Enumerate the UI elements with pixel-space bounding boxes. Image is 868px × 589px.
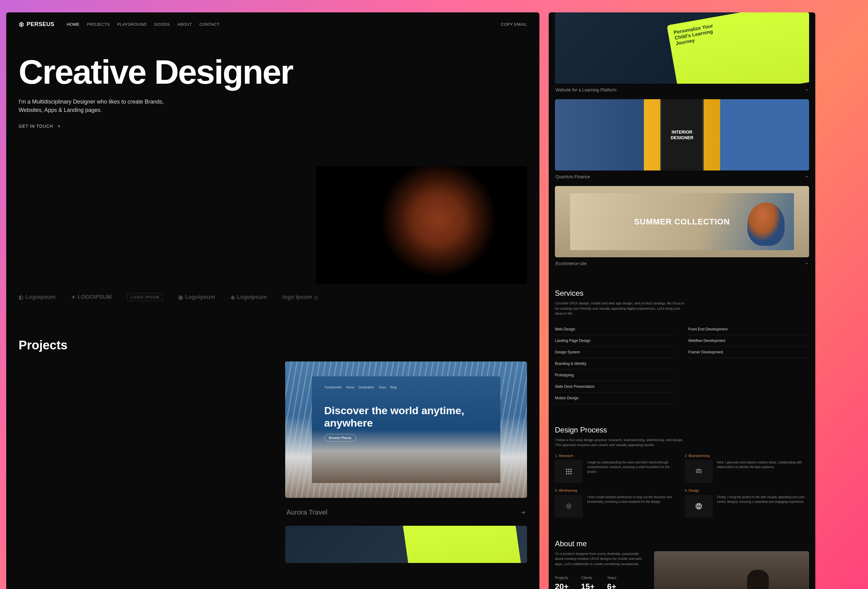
hero: Creative Designer I'm a Multidisciplinar…: [6, 36, 539, 129]
nav-about[interactable]: ABOUT: [177, 22, 192, 27]
svg-point-5: [570, 471, 572, 472]
svg-point-0: [566, 469, 567, 470]
process-step-research: 1. Research I begin by understanding the…: [555, 454, 679, 483]
service-item: Prototyping: [555, 369, 676, 381]
svg-point-3: [566, 471, 567, 472]
portfolio-panel-left: PERSEUS HOME PROJECTS PLAYGROUND GOODS A…: [6, 12, 539, 589]
process-heading: Design Process: [555, 426, 809, 434]
about-photo: [654, 551, 809, 589]
stat-projects: Projects 20+: [555, 576, 568, 589]
brand-name: PERSEUS: [27, 21, 55, 28]
nav-goods[interactable]: GOODS: [154, 22, 170, 27]
service-item: Branding & Identity: [555, 358, 676, 369]
thumb-label[interactable]: Ecommerce site: [555, 257, 809, 267]
about-stats: Projects 20+ Clients 15+ Years 6+: [555, 576, 642, 589]
logo-item: ◉ Logoipsum: [178, 294, 215, 301]
basketball-icon: [685, 495, 713, 518]
hero-title: Creative Designer: [19, 55, 527, 89]
project-thumb-ecommerce[interactable]: SUMMER COLLECTION: [555, 186, 809, 257]
services-section: Services I provide UI/UX design, mobile …: [555, 289, 809, 404]
svg-point-4: [568, 471, 570, 472]
svg-point-7: [568, 473, 570, 474]
browse-button: Browse Places: [324, 434, 356, 441]
service-item: Front End Development: [688, 324, 809, 335]
service-item: Webflow Development: [688, 335, 809, 347]
arrow-right-icon: [520, 510, 526, 515]
process-description: I follow a four-step design process: res…: [555, 437, 685, 448]
nav-home[interactable]: HOME: [67, 22, 80, 27]
svg-point-1: [568, 469, 570, 470]
service-item: Design System: [555, 347, 676, 358]
arrow-right-icon: [805, 262, 809, 265]
svg-point-8: [570, 473, 572, 474]
svg-point-6: [566, 473, 567, 474]
about-section: About me I'm a product designer from sun…: [555, 539, 809, 589]
project-image: Travellonella Home Destination Tours Blo…: [285, 362, 527, 498]
about-heading: About me: [555, 539, 809, 548]
travel-headline: Discover the world anytime, anywhere: [324, 404, 488, 429]
logo-icon: [19, 22, 24, 27]
thumb-label[interactable]: Quantum Finance: [555, 170, 809, 180]
logo-item: ◐ Logoipsum: [19, 294, 56, 301]
stat-clients: Clients 15+: [581, 576, 595, 589]
service-item: Motion Design: [555, 393, 676, 404]
projects-grid: Travellonella Home Destination Tours Blo…: [6, 362, 539, 563]
process-step-brainstorming: 2. Brainstorming Next, I generate and ex…: [685, 454, 809, 483]
brand-logo[interactable]: PERSEUS: [19, 21, 55, 28]
burst-icon: [555, 495, 583, 518]
project-thumb-quantum[interactable]: INTERIOR DESIGNER: [555, 99, 809, 170]
thumb-label[interactable]: Website for a Learning Platform: [555, 84, 809, 94]
logo-item: ◈ Logoipsum: [231, 294, 267, 301]
projects-heading: Projects: [6, 320, 539, 362]
hero-subtitle: I'm a Multidisciplinary Designer who lik…: [19, 97, 192, 114]
nav-playground[interactable]: PLAYGROUND: [117, 22, 147, 27]
service-item: Slide Deck Presentation: [555, 381, 676, 393]
copy-email-button[interactable]: COPY EMAIL: [501, 22, 527, 27]
nav-contact[interactable]: CONTACT: [199, 22, 220, 27]
project-card-aurora[interactable]: Travellonella Home Destination Tours Blo…: [285, 362, 527, 498]
planet-image: [316, 166, 527, 284]
service-item: Landing Page Design: [555, 335, 676, 347]
main-nav: HOME PROJECTS PLAYGROUND GOODS ABOUT CON…: [67, 22, 220, 27]
svg-point-2: [570, 469, 572, 470]
services-description: I provide UI/UX design, mobile and web a…: [555, 301, 685, 316]
arrow-right-icon: [805, 175, 809, 179]
grid-icon: [555, 460, 583, 483]
logo-item: ✦ LOGOIPSUM: [71, 294, 112, 301]
client-logos: ◐ Logoipsum ✦ LOGOIPSUM LOGO IPSUM ◉ Log…: [6, 284, 539, 320]
header: PERSEUS HOME PROJECTS PLAYGROUND GOODS A…: [6, 12, 539, 36]
project-label[interactable]: Aurora Travel: [285, 503, 527, 526]
project-card-partial[interactable]: [285, 526, 527, 563]
project-thumb-learning[interactable]: Personalize Your Child's Learning Journe…: [555, 12, 809, 84]
logo-item: LOGO IPSUM: [127, 293, 163, 301]
services-heading: Services: [555, 289, 809, 298]
site-mockup: SUMMER COLLECTION: [570, 193, 794, 250]
arrow-right-icon: [805, 88, 809, 92]
nav-projects[interactable]: PROJECTS: [87, 22, 110, 27]
arrow-right-icon: [56, 124, 61, 128]
svg-point-9: [568, 505, 570, 507]
hero-visual: [6, 129, 539, 284]
service-item: Framer Development: [688, 347, 809, 358]
logo-item: logo ipsum ◇: [282, 294, 318, 301]
phone-mockup: INTERIOR DESIGNER: [660, 99, 704, 170]
layers-icon: [685, 460, 713, 483]
design-process-section: Design Process I follow a four-step desi…: [555, 426, 809, 518]
service-item: Web Design: [555, 324, 676, 335]
about-description: I'm a product designer from sunny Austra…: [555, 551, 642, 567]
process-step-wireframing: 3. Wireframing I then create detailed wi…: [555, 489, 679, 518]
services-list: Web Design Front End Development Landing…: [555, 324, 809, 404]
stat-years: Years 6+: [607, 576, 616, 589]
portfolio-panel-right: Personalize Your Child's Learning Journe…: [549, 12, 815, 589]
process-step-design: 4. Design Finally, I bring the project t…: [685, 489, 809, 518]
laptop-mockup: Personalize Your Child's Learning Journe…: [667, 12, 809, 84]
get-in-touch-link[interactable]: GET IN TOUCH: [19, 124, 61, 128]
process-grid: 1. Research I begin by understanding the…: [555, 454, 809, 518]
